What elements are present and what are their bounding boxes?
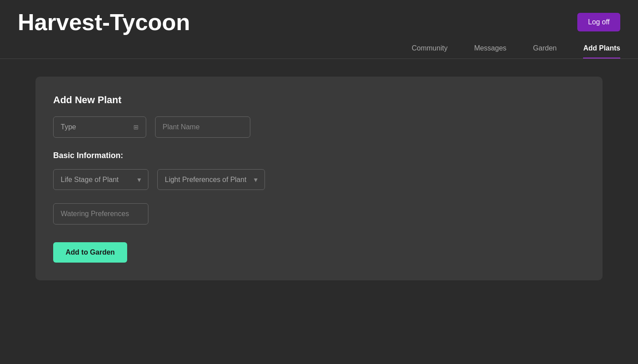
form-title: Add New Plant	[53, 94, 585, 106]
nav-item-community[interactable]: Community	[412, 44, 447, 58]
basic-info-section: Basic Information: Life Stage of Plant S…	[53, 151, 585, 225]
header-top: Harvest-Tycoon Log off	[18, 9, 620, 44]
add-to-garden-button[interactable]: Add to Garden	[53, 242, 127, 263]
nav-item-garden[interactable]: Garden	[533, 44, 556, 58]
log-off-button[interactable]: Log off	[577, 13, 620, 31]
type-input-icon: ⊞	[133, 124, 139, 131]
watering-row	[53, 203, 585, 225]
type-placeholder: Type	[61, 123, 76, 131]
top-inputs-row: Type ⊞	[53, 116, 585, 138]
basic-info-label: Basic Information:	[53, 151, 585, 160]
app-title: Harvest-Tycoon	[18, 9, 190, 35]
add-plant-form-card: Add New Plant Type ⊞ Basic Information: …	[35, 77, 603, 280]
nav-item-add-plants[interactable]: Add Plants	[583, 44, 620, 58]
dropdowns-row: Life Stage of Plant Seedling Vegetative …	[53, 169, 585, 190]
life-stage-wrapper: Life Stage of Plant Seedling Vegetative …	[53, 169, 148, 190]
type-input-wrapper[interactable]: Type ⊞	[53, 116, 146, 138]
plant-name-input[interactable]	[155, 116, 250, 138]
light-prefs-wrapper: Light Preferences of Plant Full Sun Part…	[157, 169, 265, 190]
life-stage-select[interactable]: Life Stage of Plant Seedling Vegetative …	[53, 169, 148, 190]
nav-item-messages[interactable]: Messages	[474, 44, 506, 58]
light-prefs-select[interactable]: Light Preferences of Plant Full Sun Part…	[157, 169, 265, 190]
main-nav: Community Messages Garden Add Plants	[18, 44, 620, 58]
header: Harvest-Tycoon Log off Community Message…	[0, 0, 638, 59]
watering-prefs-input[interactable]	[53, 203, 148, 225]
main-content: Add New Plant Type ⊞ Basic Information: …	[0, 59, 638, 298]
